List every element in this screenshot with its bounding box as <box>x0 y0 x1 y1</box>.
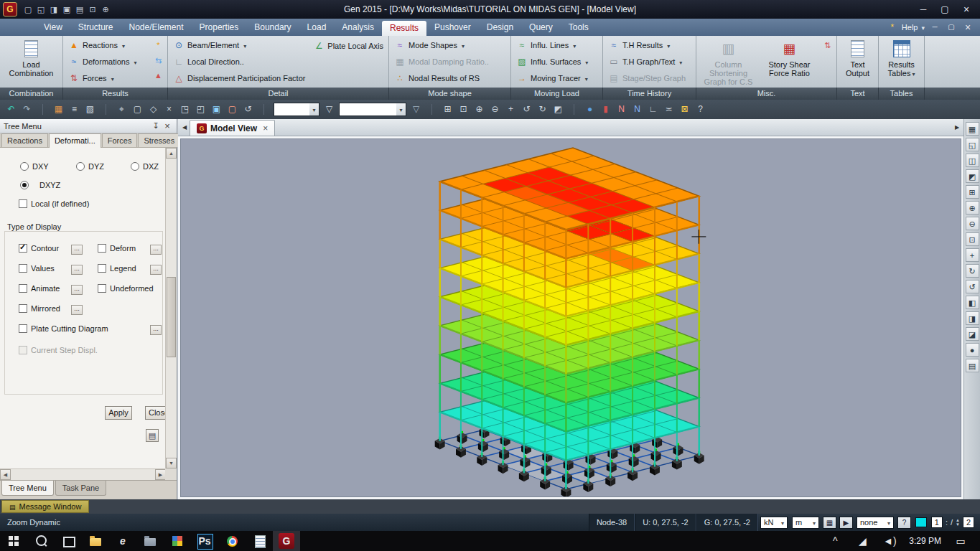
color-swatch[interactable] <box>915 517 927 527</box>
display-options-icon[interactable]: ▦ <box>51 102 66 117</box>
animate-options-button[interactable]: ... <box>71 285 83 295</box>
child-minimize-button[interactable] <box>928 22 941 33</box>
snap-combo[interactable]: none <box>857 517 894 529</box>
length-unit-combo[interactable]: m <box>792 517 819 529</box>
moving-tracer-button[interactable]: → Moving Tracer <box>514 70 599 85</box>
legend-options-button[interactable]: ... <box>150 265 162 275</box>
axis-display-icon[interactable]: ∟ <box>645 102 661 117</box>
values-options-button[interactable]: ... <box>71 265 83 275</box>
nodal-results-rs-button[interactable]: ∴ Nodal Results of RS <box>392 70 508 85</box>
mirrored-options-button[interactable]: ... <box>71 305 83 315</box>
pin-icon[interactable] <box>150 121 162 131</box>
menu-item-boundary[interactable]: Boundary <box>246 19 299 36</box>
model-view-tab[interactable]: G Model View × <box>190 120 275 136</box>
dock-tab-task-pane[interactable]: Task Pane <box>55 481 106 496</box>
photos-icon[interactable] <box>164 531 191 551</box>
panel-tab-reactions[interactable]: Reactions <box>1 133 48 147</box>
modal-damping-button[interactable]: ▦ Modal Damping Ratio.. <box>392 54 508 69</box>
results-tables-button[interactable]: Results Tables <box>880 37 923 86</box>
select-previous-icon[interactable]: ↺ <box>241 102 256 117</box>
zoom-window-icon[interactable]: ⊞ <box>440 102 455 117</box>
load-combination-button[interactable]: Load Combination <box>1 37 61 86</box>
reactions-button[interactable]: ▲ Reactions <box>66 38 149 53</box>
redo-icon[interactable]: ↷ <box>19 102 34 117</box>
query-icon[interactable]: ? <box>693 102 708 117</box>
clock[interactable]: 3:29 PM <box>903 536 947 546</box>
scrollbar-thumb[interactable] <box>167 277 176 357</box>
file-explorer-icon[interactable] <box>82 531 109 551</box>
panel-vertical-scrollbar[interactable] <box>165 148 177 468</box>
shrink-icon[interactable]: ≍ <box>661 102 676 117</box>
plate-local-axis-button[interactable]: ∠ Plate Local Axis <box>311 38 386 53</box>
rotate-dynamic-icon[interactable]: ↻ <box>966 264 979 278</box>
menu-item-results[interactable]: Results <box>382 21 426 36</box>
play-icon[interactable]: ▶ <box>839 517 853 529</box>
undeformed-checkbox[interactable]: Undeformed <box>98 284 154 293</box>
scroll-up-icon[interactable] <box>166 148 177 159</box>
network-icon[interactable]: ◢ <box>849 531 876 551</box>
grid-display-icon[interactable]: ▤ <box>966 359 979 372</box>
deform-checkbox[interactable]: Deform <box>98 244 136 253</box>
activation-combo[interactable] <box>339 103 406 116</box>
reaction-table-icon[interactable]: * <box>152 39 164 52</box>
plate-cutting-diagram-checkbox[interactable]: Plate Cutting Diagram <box>19 324 108 333</box>
import-icon[interactable]: ◨ <box>47 3 60 16</box>
render-icon[interactable]: ● <box>966 343 979 357</box>
menu-item-analysis[interactable]: Analysis <box>334 19 382 36</box>
edge-icon[interactable]: e <box>109 531 136 551</box>
menu-item-view[interactable]: View <box>36 19 70 36</box>
tray-expand-icon[interactable]: ^ <box>821 531 849 551</box>
menu-item-query[interactable]: Query <box>521 19 561 36</box>
page-total-box[interactable]: 2 <box>963 517 974 528</box>
node-number-icon[interactable]: N <box>614 102 629 117</box>
action-center-icon[interactable]: ▭ <box>947 531 974 551</box>
force-diagram-icon[interactable]: ▲ <box>152 70 164 82</box>
pages-grid-icon[interactable]: ▦ <box>966 122 979 136</box>
menu-item-properties[interactable]: Properties <box>192 19 247 36</box>
local-direction-button[interactable]: ∟ Local Direction.. <box>171 54 308 69</box>
message-window-tab[interactable]: Message Window <box>1 500 89 513</box>
volume-icon[interactable]: ◄) <box>876 531 903 551</box>
start-button[interactable] <box>0 531 27 551</box>
photoshop-icon[interactable]: Ps <box>191 531 218 551</box>
named-selection-combo[interactable] <box>274 103 319 116</box>
zoom-dynamic-icon[interactable]: ⊕ <box>966 201 979 215</box>
page-number-box[interactable]: 1 <box>931 517 943 528</box>
th-graph-text-button[interactable]: ▭ T.H Graph/Text <box>606 54 693 69</box>
undo-icon[interactable]: ↶ <box>4 102 19 117</box>
child-restore-button[interactable] <box>945 22 958 33</box>
panel-tab-forces[interactable]: Forces <box>102 133 138 147</box>
apply-button[interactable]: Apply <box>105 406 132 420</box>
capture-icon[interactable]: ⊕ <box>99 3 112 16</box>
report-button[interactable] <box>146 429 159 442</box>
notepad-icon[interactable] <box>246 531 273 551</box>
tab-scroll-right-icon[interactable] <box>952 120 962 136</box>
beam-element-button[interactable]: ⊙ Beam/Element <box>171 38 308 53</box>
force-unit-combo[interactable]: kN <box>760 517 788 529</box>
works-tree-icon[interactable]: ≡ <box>67 102 82 117</box>
select-window-icon[interactable]: ▢ <box>130 102 145 117</box>
save-icon[interactable]: ▣ <box>60 3 73 16</box>
contour-options-button[interactable]: ... <box>71 245 83 255</box>
story-shear-ratio-button[interactable]: ▦ Story Shear Force Ratio <box>759 37 820 86</box>
menu-item-tools[interactable]: Tools <box>561 19 597 36</box>
displacement-participation-button[interactable]: △ Displacement Participation Factor <box>171 70 308 85</box>
animate-checkbox[interactable]: Animate <box>19 284 60 293</box>
select-polygon-icon[interactable]: ◇ <box>146 102 161 117</box>
select-plane-icon[interactable]: ◳ <box>177 102 192 117</box>
zoom-fit-icon[interactable]: ⊡ <box>456 102 471 117</box>
dxyz-radio[interactable]: DXYZ <box>20 181 60 189</box>
model-view-canvas[interactable] <box>180 138 961 497</box>
hidden-surface-icon[interactable]: ▮ <box>598 102 613 117</box>
lock-icon[interactable]: ⊠ <box>677 102 692 117</box>
select-volume-icon[interactable]: ◰ <box>193 102 208 117</box>
minimize-button[interactable] <box>913 2 934 17</box>
pan-icon[interactable]: + <box>503 102 518 117</box>
element-number-icon[interactable]: N <box>630 102 645 117</box>
restore-button[interactable] <box>934 2 956 17</box>
legend-checkbox[interactable]: Legend <box>98 264 136 273</box>
print-preview-icon[interactable]: ⊡ <box>86 3 99 16</box>
scroll-left-icon[interactable] <box>0 469 11 480</box>
midas-gen-icon[interactable]: G <box>273 531 300 551</box>
zoom-in-icon[interactable]: ⊕ <box>472 102 487 117</box>
